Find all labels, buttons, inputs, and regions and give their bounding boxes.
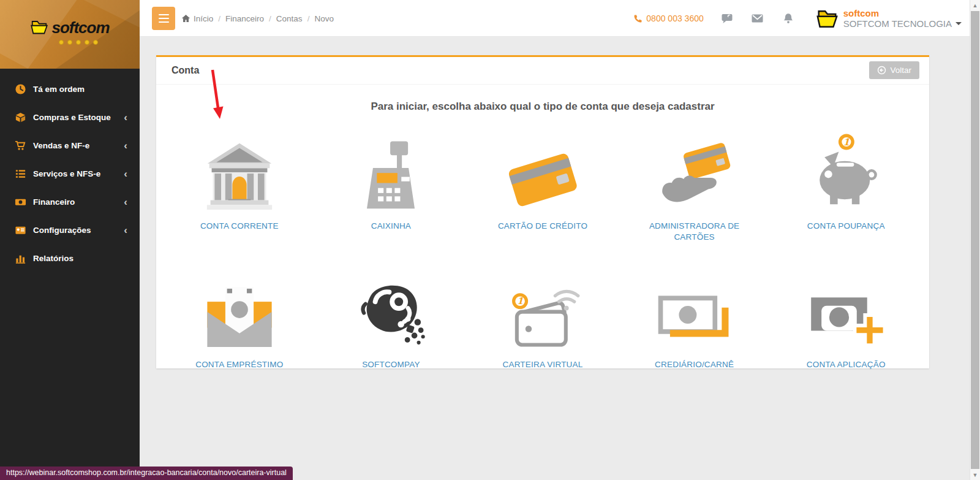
money-icon <box>15 196 26 208</box>
svg-text:1: 1 <box>517 296 523 307</box>
phone-icon <box>633 14 643 23</box>
notifications-button[interactable] <box>781 11 796 26</box>
caret-down-icon <box>956 22 962 25</box>
account-menu[interactable]: softcom SOFTCOM TECNOLOGIA <box>815 8 962 29</box>
sidebar-item-financeiro[interactable]: Financeiro ‹ <box>0 188 140 216</box>
home-icon <box>181 14 190 23</box>
sidebar: softcom Tá em ordem Compras e Estoque ‹ <box>0 0 140 480</box>
credit-card-icon <box>505 125 581 211</box>
intro-text: Para iniciar, escolha abaixo qual o tipo… <box>162 101 923 113</box>
chevron-left-icon: ‹ <box>124 225 127 235</box>
banknote-outline-icon <box>655 264 734 349</box>
sidebar-logo-area[interactable]: softcom <box>0 0 140 69</box>
scroll-up-icon[interactable]: ▲ <box>970 0 980 10</box>
tile-cartao-de-credito[interactable]: CARTÃO DE CRÉDITO <box>467 125 619 243</box>
breadcrumb: Início / Financeiro / Contas / Novo <box>181 0 334 37</box>
back-button[interactable]: Voltar <box>869 61 919 79</box>
sidebar-item-compras-e-estoque[interactable]: Compras e Estoque ‹ <box>0 103 140 131</box>
scrollbar-thumb[interactable] <box>971 11 979 469</box>
hand-card-icon <box>657 125 733 211</box>
softcompay-logo-icon <box>356 264 426 349</box>
tile-conta-corrente[interactable]: CONTA CORRENTE <box>164 125 315 243</box>
sidebar-menu: Tá em ordem Compras e Estoque ‹ Vendas e… <box>0 69 140 272</box>
circle-arrow-left-icon <box>877 66 886 75</box>
vertical-scrollbar[interactable]: ▲ ▼ <box>970 0 980 480</box>
breadcrumb-home[interactable]: Início <box>181 14 213 23</box>
mail-icon <box>751 13 764 24</box>
clock-icon <box>15 83 26 95</box>
tile-conta-aplicacao[interactable]: CONTA APLICAÇÃO <box>770 264 922 370</box>
svg-text:1: 1 <box>843 137 850 148</box>
chevron-left-icon: ‹ <box>124 140 127 151</box>
chevron-left-icon: ‹ <box>124 112 127 123</box>
topbar: Início / Financeiro / Contas / Novo 0800… <box>140 0 980 37</box>
messages-button[interactable] <box>750 11 765 26</box>
breadcrumb-current: Novo <box>314 14 334 23</box>
tile-crediario-carne[interactable]: CREDIÁRIO/CARNÊ <box>619 264 771 370</box>
sidebar-item-vendas-e-nfe[interactable]: Vendas e NF-e ‹ <box>0 131 140 159</box>
tile-administradora-de-cartoes[interactable]: ADMINISTRADORA DE CARTÕES <box>619 125 771 243</box>
tile-caixinha[interactable]: CAIXINHA <box>315 125 467 243</box>
sidebar-item-configuracoes[interactable]: Configurações ‹ <box>0 216 140 244</box>
piggy-bank-icon: 1 <box>810 125 881 211</box>
status-url-tooltip: https://webinar.softcomshop.com.br/integ… <box>0 467 293 480</box>
banknote-plus-icon <box>807 264 885 349</box>
sidebar-item-relatorios[interactable]: Relatórios <box>0 244 140 272</box>
card-icon <box>15 224 26 236</box>
box-icon <box>15 112 26 123</box>
tile-carteira-virtual[interactable]: 1 CARTEIRA VIRTUAL <box>467 264 619 370</box>
cart-icon <box>15 140 26 151</box>
cash-register-icon <box>355 125 427 211</box>
breadcrumb-financeiro[interactable]: Financeiro <box>225 14 264 23</box>
account-name: softcom <box>843 8 962 18</box>
wallet-wifi-icon: 1 <box>504 264 581 349</box>
tile-conta-poupanca[interactable]: 1 CONTA POUPANÇA <box>770 125 922 243</box>
main-content: Conta Voltar Para iniciar, escolha abaix… <box>140 37 980 480</box>
sidebar-toggle-button[interactable] <box>152 7 175 30</box>
account-type-grid: CONTA CORRENTE <box>156 118 929 371</box>
chat-icon <box>720 12 734 25</box>
tile-conta-emprestimo[interactable]: CONTA EMPRÉSTIMO <box>164 264 315 370</box>
chevron-left-icon: ‹ <box>124 197 127 207</box>
chevron-left-icon: ‹ <box>124 169 127 179</box>
panel-title: Conta <box>172 65 199 76</box>
sidebar-item-servicos-e-nfse[interactable]: Serviços e NFS-e ‹ <box>0 159 140 188</box>
bell-icon <box>783 12 794 25</box>
account-company: SOFTCOM TECNOLOGIA <box>843 18 952 29</box>
support-phone[interactable]: 0800 003 3600 <box>633 13 703 23</box>
bank-icon <box>204 125 275 211</box>
softcom-folder-icon <box>815 8 839 29</box>
logo-dots <box>59 40 98 45</box>
money-envelope-icon <box>203 264 276 349</box>
softcom-folder-icon <box>30 19 48 37</box>
scroll-down-icon[interactable]: ▼ <box>970 470 980 480</box>
support-phone-number: 0800 003 3600 <box>646 13 703 23</box>
sidebar-logo-text: softcom <box>51 18 109 37</box>
breadcrumb-contas[interactable]: Contas <box>276 14 303 23</box>
sidebar-item-ta-em-ordem[interactable]: Tá em ordem <box>0 75 140 103</box>
chat-button[interactable] <box>720 11 734 26</box>
list-icon <box>15 168 26 180</box>
tile-softcompay[interactable]: SOFTCOMPAY <box>315 264 467 370</box>
conta-panel: Conta Voltar Para iniciar, escolha abaix… <box>156 55 929 368</box>
bar-chart-icon <box>15 253 26 264</box>
